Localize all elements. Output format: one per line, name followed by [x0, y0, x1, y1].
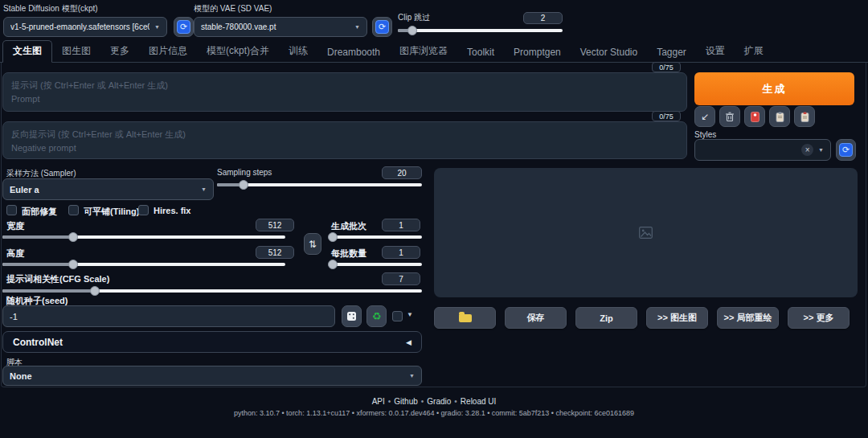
- random-seed-button[interactable]: [342, 305, 362, 327]
- save-style-icon: [800, 112, 809, 122]
- clip-skip-label: Clip 跳过: [398, 12, 430, 23]
- vae-refresh-button[interactable]: ⟳: [372, 17, 392, 37]
- slider-handle[interactable]: [328, 232, 338, 242]
- vae-label: 模型的 VAE (SD VAE): [194, 3, 272, 14]
- zip-button[interactable]: Zip: [575, 307, 637, 329]
- batch-size-slider[interactable]: [331, 260, 422, 269]
- model-dropdown[interactable]: v1-5-pruned-emaonly.safetensors [6ce0161…: [3, 17, 167, 37]
- model-label: Stable Diffusion 模型(ckpt): [3, 3, 98, 14]
- model-value: v1-5-pruned-emaonly.safetensors [6ce0161…: [10, 23, 149, 31]
- generate-button[interactable]: 生成: [694, 72, 854, 105]
- tab-extensions[interactable]: 扩展: [735, 41, 773, 62]
- tab-promptgen[interactable]: Promptgen: [504, 43, 571, 62]
- batch-count-label: 生成批次: [331, 220, 366, 232]
- styles-dropdown[interactable]: × ▼: [694, 139, 831, 161]
- height-value[interactable]: 512: [256, 246, 294, 259]
- swap-arrows-icon: ⇅: [309, 239, 317, 250]
- seed-input[interactable]: -1: [2, 305, 335, 327]
- arrow-down-left-icon: ↙: [701, 111, 709, 122]
- send-to-inpaint-button[interactable]: >> 局部重绘: [717, 307, 779, 329]
- paste-params-button[interactable]: ↙: [694, 106, 715, 127]
- slider-handle[interactable]: [239, 180, 248, 190]
- gradio-link[interactable]: Gradio: [427, 397, 451, 406]
- sampler-dropdown[interactable]: Euler a ▼: [2, 178, 214, 200]
- recycle-icon: ♻: [372, 311, 382, 321]
- slider-handle[interactable]: [90, 286, 100, 296]
- negative-token-counter: 0/75: [652, 111, 681, 121]
- tab-extras[interactable]: 更多: [100, 41, 139, 62]
- stable-diffusion-webui: Stable Diffusion 模型(ckpt) v1-5-pruned-em…: [0, 0, 868, 438]
- cfg-value[interactable]: 7: [382, 272, 420, 285]
- height-slider[interactable]: [2, 260, 285, 269]
- sampler-label: 采样方法 (Sampler): [6, 168, 76, 179]
- save-style-button[interactable]: [794, 106, 815, 127]
- slider-handle[interactable]: [407, 26, 417, 35]
- reload-ui-link[interactable]: Reload UI: [461, 397, 496, 406]
- model-refresh-button[interactable]: ⟳: [174, 17, 194, 37]
- slider-handle[interactable]: [68, 260, 78, 269]
- slider-handle[interactable]: [328, 260, 338, 269]
- tab-img2img[interactable]: 图生图: [52, 41, 100, 62]
- refresh-icon: ⟳: [177, 20, 190, 34]
- clip-skip-slider[interactable]: [398, 26, 563, 35]
- hires-fix-checkbox[interactable]: [138, 205, 149, 215]
- styles-clear-icon[interactable]: ×: [801, 144, 813, 156]
- save-button[interactable]: 保存: [505, 307, 567, 329]
- tab-txt2img[interactable]: 文生图: [2, 40, 52, 63]
- github-link[interactable]: Github: [394, 397, 417, 406]
- copy-style-button[interactable]: [769, 106, 790, 127]
- styles-refresh-button[interactable]: ⟳: [836, 139, 856, 161]
- tiling-label: 可平铺(Tiling): [84, 206, 139, 218]
- output-gallery[interactable]: [434, 168, 858, 297]
- api-link[interactable]: API: [372, 397, 385, 406]
- restore-faces-label: 面部修复: [22, 206, 57, 218]
- tiling-checkbox[interactable]: [68, 205, 79, 215]
- tab-png-info[interactable]: 图片信息: [139, 41, 197, 62]
- accordion-collapsed-icon: ◀: [406, 338, 411, 346]
- slider-handle[interactable]: [68, 232, 78, 242]
- steps-slider[interactable]: [217, 180, 422, 190]
- send-to-extras-button[interactable]: >> 更多: [788, 307, 850, 329]
- tab-checkpoint-merger[interactable]: 模型(ckpt)合并: [197, 41, 279, 62]
- controlnet-accordion[interactable]: ControlNet ◀: [2, 331, 422, 353]
- styles-label: Styles: [694, 130, 716, 139]
- width-slider[interactable]: [2, 232, 285, 242]
- prompt-textarea[interactable]: 提示词 (按 Ctrl+Enter 或 Alt+Enter 生成) Prompt: [2, 72, 687, 112]
- slider-track[interactable]: [398, 29, 563, 32]
- restore-faces-checkbox[interactable]: [6, 205, 17, 215]
- tab-vector-studio[interactable]: Vector Studio: [571, 43, 647, 62]
- negative-prompt-textarea[interactable]: 反向提示词 (按 Ctrl+Enter 或 Alt+Enter 生成) Nega…: [2, 121, 687, 159]
- tab-tagger[interactable]: Tagger: [647, 43, 696, 62]
- batch-count-value[interactable]: 1: [382, 219, 420, 231]
- tab-dreambooth[interactable]: Dreambooth: [317, 43, 390, 62]
- refresh-icon: ⟳: [839, 143, 853, 157]
- swap-dimensions-button[interactable]: ⇅: [304, 233, 321, 255]
- trash-icon: [725, 112, 735, 122]
- tab-settings[interactable]: 设置: [696, 41, 735, 62]
- tab-train[interactable]: 训练: [279, 41, 317, 62]
- clip-skip-value[interactable]: 2: [523, 12, 563, 24]
- batch-count-slider[interactable]: [331, 232, 422, 242]
- steps-value[interactable]: 20: [382, 166, 422, 179]
- extra-seed-checkbox[interactable]: [392, 311, 403, 321]
- open-folder-button[interactable]: [434, 307, 496, 329]
- tab-toolkit[interactable]: Toolkit: [457, 43, 504, 62]
- chevron-down-icon: ▼: [154, 24, 160, 30]
- send-to-img2img-button[interactable]: >> 图生图: [646, 307, 708, 329]
- sampler-value: Euler a: [10, 185, 196, 194]
- cfg-label: 提示词相关性(CFG Scale): [6, 273, 109, 285]
- tab-image-browser[interactable]: 图库浏览器: [390, 41, 457, 62]
- batch-size-value[interactable]: 1: [382, 246, 420, 259]
- script-dropdown[interactable]: None ▼: [2, 366, 422, 386]
- reuse-seed-button[interactable]: ♻: [366, 305, 387, 327]
- batch-size-label: 每批数量: [331, 248, 366, 260]
- clear-prompt-button[interactable]: [719, 106, 740, 127]
- apply-style-button[interactable]: [744, 106, 765, 127]
- clipboard-icon: [776, 112, 784, 122]
- extra-seed-caret-icon[interactable]: ▼: [407, 311, 413, 318]
- vae-value: stable-780000.vae.pt: [201, 23, 350, 31]
- refresh-icon: ⟳: [375, 20, 389, 34]
- width-value[interactable]: 512: [256, 219, 294, 231]
- negative-placeholder-line2: Negative prompt: [11, 141, 678, 155]
- vae-dropdown[interactable]: stable-780000.vae.pt ▼: [194, 17, 367, 37]
